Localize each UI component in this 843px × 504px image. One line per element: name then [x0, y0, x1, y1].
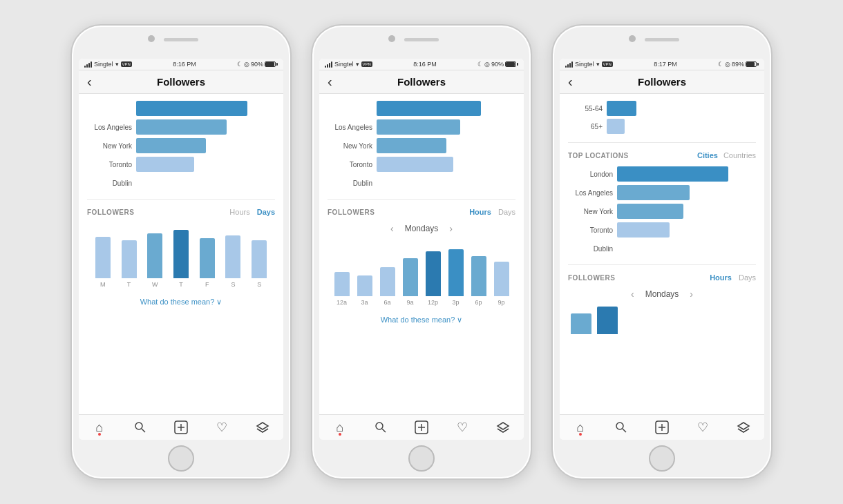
hbar-row: Dublin [328, 175, 515, 191]
carrier-label-3: Singtel [575, 61, 594, 68]
days-toggle-2[interactable]: Days [498, 208, 515, 216]
signal-bar [91, 61, 92, 68]
home-button-3[interactable] [649, 445, 675, 472]
phone-2: Singtel ▾ VPN 8:16 PM ☾ ◎ 90% ‹ Follo [311, 24, 532, 480]
city-label: Toronto [568, 226, 613, 234]
city-label: Los Angeles [568, 189, 613, 197]
vbar-nav-3: ‹ Mondays › [568, 289, 756, 300]
followers-title-3: FOLLOWERS [568, 274, 615, 282]
signal-bars-3 [565, 61, 573, 68]
layers-nav-icon-2[interactable] [495, 419, 511, 436]
alarm-icon-2: ◎ [484, 61, 490, 68]
app-header-1: ‹ Followers [79, 70, 283, 94]
help-link-1[interactable]: What do these mean? ∨ [87, 295, 275, 309]
home-nav-icon-2[interactable]: ⌂ [332, 419, 348, 436]
back-button-3[interactable]: ‹ [568, 74, 573, 90]
search-nav-icon-3[interactable] [613, 419, 629, 436]
city-label: London [568, 171, 613, 178]
moon-icon-3: ☾ [718, 61, 723, 68]
screen-content-1: Los Angeles New York Toronto [79, 94, 283, 414]
hours-toggle-3[interactable]: Hours [710, 273, 732, 282]
toggle-group-1: Hours Days [229, 208, 275, 216]
followers-header-3: FOLLOWERS Hours Days [568, 273, 756, 282]
hbar-row: Dublin [568, 241, 756, 256]
divider-3b [568, 264, 756, 265]
phone-screen-3: Singtel ▾ VPN 8:17 PM ☾ ◎ 89% ‹ Follo [560, 59, 764, 440]
prev-arrow-2[interactable]: ‹ [390, 223, 394, 234]
heart-nav-icon-1[interactable]: ♡ [214, 419, 230, 436]
signal-bar [571, 61, 573, 68]
signal-bars-1 [84, 61, 92, 68]
help-link-2[interactable]: What do these mean? ∨ [328, 313, 515, 327]
status-left-2: Singtel ▾ VPN [325, 61, 372, 68]
svg-marker-17 [738, 423, 749, 429]
next-arrow-2[interactable]: › [449, 223, 453, 234]
hbar-row: Toronto [328, 157, 515, 172]
hbar-row: 55-64 [568, 101, 756, 116]
svg-point-12 [616, 423, 623, 429]
heart-nav-icon-2[interactable]: ♡ [454, 419, 471, 436]
add-nav-icon-3[interactable] [654, 419, 670, 436]
signal-bar [331, 61, 332, 68]
city-label: Dublin [568, 245, 613, 253]
next-arrow-3[interactable]: › [690, 289, 693, 300]
alarm-icon-3: ◎ [725, 61, 730, 68]
search-nav-icon-1[interactable] [132, 419, 149, 436]
status-left-1: Singtel ▾ VPN [84, 61, 132, 68]
alarm-icon-1: ◎ [244, 61, 249, 68]
vpn-badge-2: VPN [361, 61, 372, 67]
status-right-3: ☾ ◎ 89% [718, 61, 759, 68]
days-toggle-3[interactable]: Days [739, 273, 756, 282]
hbar-row: Dublin [87, 175, 275, 191]
phone-camera-3 [629, 35, 636, 42]
vpn-badge-3: VPN [602, 61, 613, 67]
heart-nav-icon-3[interactable]: ♡ [694, 419, 711, 436]
cities-tab-3[interactable]: Cities [697, 151, 718, 159]
hours-toggle-2[interactable]: Hours [469, 208, 491, 216]
layers-nav-icon-3[interactable] [735, 419, 752, 436]
back-button-2[interactable]: ‹ [328, 74, 332, 90]
battery-pct-3: 89% [732, 61, 744, 68]
add-nav-icon-1[interactable] [173, 419, 189, 436]
hours-toggle-1[interactable]: Hours [229, 208, 249, 216]
home-nav-icon-1[interactable]: ⌂ [91, 419, 108, 436]
header-title-2: Followers [397, 76, 446, 88]
top-city-chart-2: Los Angeles New York Toronto [328, 101, 515, 191]
app-header-2: ‹ Followers [319, 70, 524, 94]
city-label: New York [328, 142, 372, 150]
top-locations-header-3: TOP LOCATIONS Cities Countries [568, 151, 756, 159]
signal-bar [86, 64, 88, 68]
top-locations-title-3: TOP LOCATIONS [568, 152, 629, 159]
vbars-container-2 [328, 241, 515, 296]
bottom-nav-2: ⌂ ♡ [319, 414, 524, 440]
add-nav-icon-2[interactable] [413, 419, 430, 436]
hbar-row: New York [568, 204, 756, 219]
layers-nav-icon-1[interactable] [254, 419, 271, 436]
days-toggle-1[interactable]: Days [257, 208, 275, 216]
search-nav-icon-2[interactable] [372, 419, 389, 436]
home-button-1[interactable] [168, 445, 194, 472]
phone-speaker-1 [164, 38, 198, 41]
hbar-row: Toronto [568, 222, 756, 238]
svg-marker-11 [498, 423, 509, 429]
city-label: Dublin [328, 180, 372, 187]
bottom-nav-1: ⌂ ♡ [79, 414, 283, 440]
hbar-row: New York [328, 138, 515, 153]
countries-tab-3[interactable]: Countries [723, 151, 756, 159]
moon-icon-1: ☾ [237, 61, 243, 68]
back-button-1[interactable]: ‹ [87, 74, 92, 90]
prev-arrow-3[interactable]: ‹ [631, 289, 634, 300]
time-label-3: 8:17 PM [654, 61, 677, 68]
signal-bar [84, 66, 86, 68]
status-bar-2: Singtel ▾ VPN 8:16 PM ☾ ◎ 90% [319, 59, 524, 70]
signal-bar [88, 63, 90, 68]
header-title-3: Followers [638, 76, 686, 88]
divider-3 [568, 142, 756, 143]
phone-1: Singtel ▾ VPN 8:16 PM ☾ ◎ 90% ‹ [70, 24, 292, 480]
wifi-icon-3: ▾ [596, 61, 600, 68]
hbar-row: Toronto [87, 157, 275, 172]
home-button-2[interactable] [408, 445, 435, 472]
followers-title-2: FOLLOWERS [328, 209, 375, 216]
home-nav-icon-3[interactable]: ⌂ [572, 419, 589, 436]
phones-container: Singtel ▾ VPN 8:16 PM ☾ ◎ 90% ‹ [70, 24, 773, 480]
